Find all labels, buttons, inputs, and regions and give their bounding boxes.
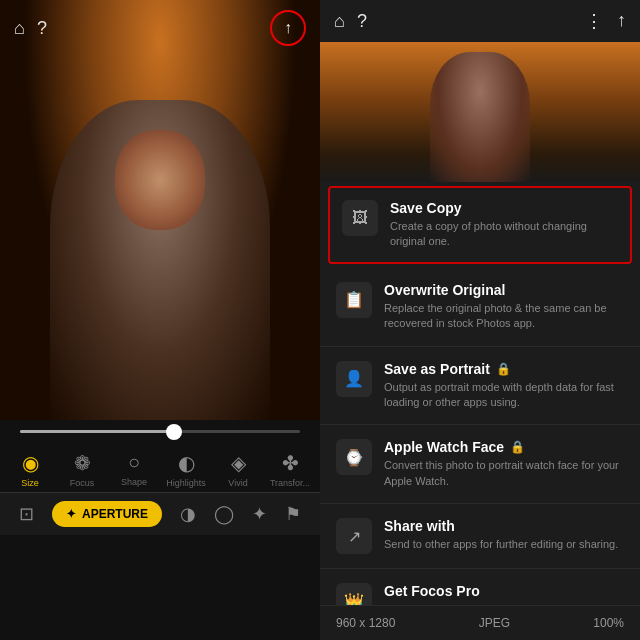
right-help-icon[interactable]: ?	[357, 11, 367, 32]
menu-item-save-portrait[interactable]: 👤 Save as Portrait 🔒 Output as portrait …	[320, 347, 640, 426]
help-icon[interactable]: ?	[37, 18, 47, 39]
bottom-toolbar: ⊡ ✦ APERTURE ◑ ◯ ✦ ⚑	[0, 492, 320, 535]
menu-item-share[interactable]: ↗ Share with Send to other apps for furt…	[320, 504, 640, 569]
focos-pro-icon-wrap: 👑	[336, 583, 372, 605]
focos-pro-icon: 👑	[344, 592, 364, 605]
overwrite-icon-wrap: 📋	[336, 282, 372, 318]
tool-tabs: ◉ Size ❁ Focus ○ Shape ◐ Highlights ◈ Vi…	[0, 443, 320, 492]
share-icon-wrap: ↗	[336, 518, 372, 554]
right-top-right-icons: ⋮ ↑	[585, 10, 626, 32]
left-top-left-icons: ⌂ ?	[14, 18, 47, 39]
shape-icon: ○	[128, 451, 140, 474]
tab-shape[interactable]: ○ Shape	[112, 451, 156, 488]
flag-icon[interactable]: ⚑	[285, 503, 301, 525]
photo-person	[50, 100, 270, 420]
menu-item-focos-pro[interactable]: 👑 Get Focos Pro Use all functions and ef…	[320, 569, 640, 605]
vivid-label: Vivid	[228, 478, 247, 488]
upload-icon: ↑	[284, 19, 292, 37]
focos-pro-text: Get Focos Pro Use all functions and effe…	[384, 583, 624, 605]
right-top-left-icons: ⌂ ?	[334, 11, 367, 32]
compare-icon[interactable]: ◑	[180, 503, 196, 525]
slider-thumb[interactable]	[166, 424, 182, 440]
crop-icon[interactable]: ⊡	[19, 503, 34, 525]
tab-size[interactable]: ◉ Size	[8, 451, 52, 488]
save-portrait-icon: 👤	[344, 369, 364, 388]
status-dimensions: 960 x 1280	[336, 616, 395, 630]
apple-watch-text: Apple Watch Face 🔒 Convert this photo to…	[384, 439, 624, 489]
right-home-icon[interactable]: ⌂	[334, 11, 345, 32]
right-upload-icon[interactable]: ↑	[617, 10, 626, 32]
share-text: Share with Send to other apps for furthe…	[384, 518, 624, 552]
status-zoom: 100%	[593, 616, 624, 630]
save-copy-desc: Create a copy of photo without changing …	[390, 219, 618, 250]
export-menu-list: 🖼 Save Copy Create a copy of photo witho…	[320, 182, 640, 605]
dots-icon[interactable]: ⋮	[585, 10, 603, 32]
slider-container	[0, 420, 320, 443]
focus-icon: ❁	[74, 451, 91, 475]
apple-watch-desc: Convert this photo to portrait watch fac…	[384, 458, 624, 489]
highlights-label: Highlights	[166, 478, 206, 488]
transform-icon: ✤	[282, 451, 299, 475]
share-title: Share with	[384, 518, 624, 534]
shape-label: Shape	[121, 477, 147, 487]
apple-watch-icon-wrap: ⌚	[336, 439, 372, 475]
focos-pro-desc: Use all functions and effects.	[384, 602, 624, 605]
apple-watch-lock-icon: 🔒	[510, 440, 525, 454]
overwrite-text: Overwrite Original Replace the original …	[384, 282, 624, 332]
transform-label: Transfor...	[270, 478, 310, 488]
home-icon[interactable]: ⌂	[14, 18, 25, 39]
left-panel: ⌂ ? ↑ ◉ Size ❁ Focus ○ Shape	[0, 0, 320, 640]
overwrite-icon: 📋	[344, 290, 364, 309]
overwrite-title: Overwrite Original	[384, 282, 624, 298]
save-copy-text: Save Copy Create a copy of photo without…	[390, 200, 618, 250]
wand-icon[interactable]: ✦	[252, 503, 267, 525]
highlights-icon: ◐	[178, 451, 195, 475]
share-icon: ↗	[348, 527, 361, 546]
vivid-icon: ◈	[231, 451, 246, 475]
tab-highlights[interactable]: ◐ Highlights	[164, 451, 208, 488]
save-portrait-text: Save as Portrait 🔒 Output as portrait mo…	[384, 361, 624, 411]
size-label: Size	[21, 478, 39, 488]
aperture-label: APERTURE	[82, 507, 148, 521]
overwrite-desc: Replace the original photo & the same ca…	[384, 301, 624, 332]
size-icon: ◉	[22, 451, 39, 475]
aperture-button[interactable]: ✦ APERTURE	[52, 501, 162, 527]
status-format: JPEG	[479, 616, 510, 630]
right-top-bar: ⌂ ? ⋮ ↑	[320, 0, 640, 42]
save-portrait-lock-icon: 🔒	[496, 362, 511, 376]
save-portrait-title: Save as Portrait 🔒	[384, 361, 624, 377]
apple-watch-icon: ⌚	[344, 448, 364, 467]
save-portrait-desc: Output as portrait mode with depth data …	[384, 380, 624, 411]
menu-item-save-copy[interactable]: 🖼 Save Copy Create a copy of photo witho…	[328, 186, 632, 264]
aperture-icon: ✦	[66, 507, 76, 521]
left-top-bar: ⌂ ? ↑	[0, 0, 320, 56]
tab-focus[interactable]: ❁ Focus	[60, 451, 104, 488]
photo-head	[115, 130, 205, 230]
menu-item-apple-watch[interactable]: ⌚ Apple Watch Face 🔒 Convert this photo …	[320, 425, 640, 504]
menu-item-overwrite[interactable]: 📋 Overwrite Original Replace the origina…	[320, 268, 640, 347]
upload-button[interactable]: ↑	[270, 10, 306, 46]
light-icon[interactable]: ◯	[214, 503, 234, 525]
focus-label: Focus	[70, 478, 95, 488]
save-copy-icon: 🖼	[352, 209, 368, 227]
right-panel: ⌂ ? ⋮ ↑ 🖼 Save Copy Create a copy of pho…	[320, 0, 640, 640]
status-bar: 960 x 1280 JPEG 100%	[320, 605, 640, 640]
share-desc: Send to other apps for further editing o…	[384, 537, 624, 552]
save-copy-title: Save Copy	[390, 200, 618, 216]
tab-vivid[interactable]: ◈ Vivid	[216, 451, 260, 488]
photo-preview-left	[0, 0, 320, 420]
right-photo-overlay	[430, 52, 530, 182]
apple-watch-title: Apple Watch Face 🔒	[384, 439, 624, 455]
save-copy-icon-wrap: 🖼	[342, 200, 378, 236]
focos-pro-title: Get Focos Pro	[384, 583, 624, 599]
slider-fill	[20, 430, 174, 433]
right-photo-preview	[320, 42, 640, 182]
size-slider[interactable]	[20, 430, 300, 433]
tab-transform[interactable]: ✤ Transfor...	[268, 451, 312, 488]
save-portrait-icon-wrap: 👤	[336, 361, 372, 397]
